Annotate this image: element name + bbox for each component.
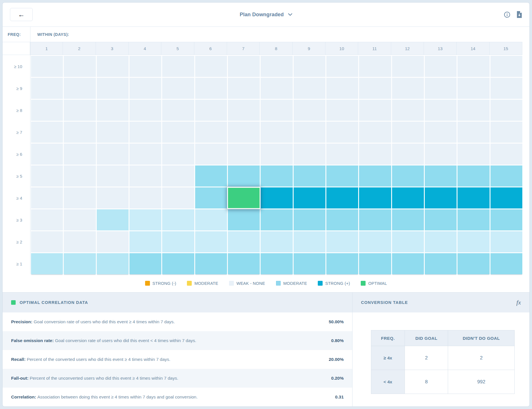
heatmap-cell-f9-d14[interactable] — [457, 78, 489, 99]
heatmap-cell-f10-d5[interactable] — [162, 56, 194, 77]
heatmap-cell-f1-d12[interactable] — [392, 253, 424, 274]
heatmap-cell-f9-d1[interactable] — [31, 78, 63, 99]
heatmap-cell-f8-d10[interactable] — [326, 100, 358, 121]
heatmap-cell-f10-d11[interactable] — [359, 56, 391, 77]
heatmap-cell-f9-d12[interactable] — [392, 78, 424, 99]
heatmap-cell-f8-d2[interactable] — [64, 100, 96, 121]
heatmap-cell-f8-d5[interactable] — [162, 100, 194, 121]
heatmap-cell-f9-d4[interactable] — [129, 78, 161, 99]
heatmap-cell-f3-d4[interactable] — [129, 209, 161, 230]
heatmap-cell-f2-d5[interactable] — [162, 231, 194, 252]
heatmap-cell-f8-d7[interactable] — [228, 100, 260, 121]
heatmap-cell-f4-d7[interactable] — [227, 187, 261, 209]
heatmap-cell-f10-d6[interactable] — [195, 56, 227, 77]
heatmap-cell-f2-d13[interactable] — [425, 231, 457, 252]
heatmap-cell-f4-d13[interactable] — [425, 187, 457, 208]
heatmap-cell-f9-d15[interactable] — [490, 78, 522, 99]
heatmap-cell-f10-d8[interactable] — [261, 56, 292, 77]
heatmap-cell-f5-d2[interactable] — [64, 165, 96, 187]
heatmap-cell-f2-d4[interactable] — [129, 231, 161, 252]
heatmap-cell-f9-d11[interactable] — [359, 78, 391, 99]
heatmap-cell-f6-d14[interactable] — [457, 144, 489, 165]
heatmap-cell-f7-d8[interactable] — [261, 122, 292, 143]
heatmap-cell-f5-d13[interactable] — [425, 165, 457, 187]
heatmap-cell-f10-d12[interactable] — [392, 56, 424, 77]
heatmap-cell-f4-d15[interactable] — [490, 187, 522, 208]
heatmap-cell-f2-d9[interactable] — [294, 231, 325, 252]
heatmap-cell-f1-d13[interactable] — [425, 253, 457, 274]
heatmap-cell-f10-d3[interactable] — [97, 56, 129, 77]
heatmap-cell-f10-d2[interactable] — [64, 56, 96, 77]
heatmap-cell-f3-d1[interactable] — [31, 209, 63, 230]
heatmap-cell-f3-d2[interactable] — [64, 209, 96, 230]
heatmap-cell-f9-d8[interactable] — [261, 78, 292, 99]
heatmap-cell-f6-d3[interactable] — [97, 144, 129, 165]
heatmap-cell-f8-d6[interactable] — [195, 100, 227, 121]
heatmap-cell-f3-d15[interactable] — [490, 209, 522, 230]
heatmap-cell-f5-d8[interactable] — [261, 165, 292, 187]
heatmap-cell-f7-d15[interactable] — [490, 122, 522, 143]
heatmap-cell-f4-d5[interactable] — [162, 187, 194, 208]
heatmap-cell-f2-d10[interactable] — [326, 231, 358, 252]
heatmap-cell-f10-d10[interactable] — [326, 56, 358, 77]
heatmap-cell-f9-d5[interactable] — [162, 78, 194, 99]
download-icon[interactable] — [517, 11, 522, 18]
heatmap-cell-f8-d15[interactable] — [490, 100, 522, 121]
heatmap-cell-f6-d12[interactable] — [392, 144, 424, 165]
heatmap-cell-f5-d4[interactable] — [129, 165, 161, 187]
heatmap-cell-f3-d13[interactable] — [425, 209, 457, 230]
heatmap-cell-f6-d5[interactable] — [162, 144, 194, 165]
heatmap-cell-f4-d14[interactable] — [457, 187, 489, 208]
heatmap-cell-f4-d9[interactable] — [294, 187, 325, 208]
heatmap-cell-f4-d10[interactable] — [326, 187, 358, 208]
heatmap-cell-f3-d8[interactable] — [261, 209, 292, 230]
heatmap-cell-f10-d13[interactable] — [425, 56, 457, 77]
heatmap-cell-f4-d2[interactable] — [64, 187, 96, 208]
heatmap-cell-f6-d4[interactable] — [129, 144, 161, 165]
heatmap-cell-f8-d9[interactable] — [294, 100, 325, 121]
heatmap-cell-f8-d13[interactable] — [425, 100, 457, 121]
heatmap-cell-f1-d3[interactable] — [97, 253, 129, 274]
heatmap-cell-f2-d8[interactable] — [261, 231, 292, 252]
heatmap-cell-f7-d1[interactable] — [31, 122, 63, 143]
heatmap-cell-f6-d15[interactable] — [490, 144, 522, 165]
heatmap-cell-f5-d6[interactable] — [195, 165, 227, 187]
heatmap-cell-f7-d3[interactable] — [97, 122, 129, 143]
heatmap-cell-f7-d14[interactable] — [457, 122, 489, 143]
heatmap-cell-f1-d5[interactable] — [162, 253, 194, 274]
heatmap-cell-f3-d7[interactable] — [228, 209, 260, 230]
heatmap-cell-f1-d9[interactable] — [294, 253, 325, 274]
heatmap-cell-f2-d12[interactable] — [392, 231, 424, 252]
heatmap-cell-f1-d14[interactable] — [457, 253, 489, 274]
heatmap-cell-f3-d14[interactable] — [457, 209, 489, 230]
heatmap-cell-f8-d8[interactable] — [261, 100, 292, 121]
heatmap-cell-f5-d15[interactable] — [490, 165, 522, 187]
heatmap-cell-f2-d15[interactable] — [490, 231, 522, 252]
heatmap-cell-f4-d12[interactable] — [392, 187, 424, 208]
heatmap-cell-f5-d9[interactable] — [294, 165, 325, 187]
heatmap-cell-f8-d12[interactable] — [392, 100, 424, 121]
heatmap-cell-f4-d4[interactable] — [129, 187, 161, 208]
heatmap-cell-f5-d14[interactable] — [457, 165, 489, 187]
info-icon[interactable] — [504, 11, 510, 18]
heatmap-cell-f10-d1[interactable] — [31, 56, 63, 77]
heatmap-cell-f1-d10[interactable] — [326, 253, 358, 274]
event-dropdown[interactable]: Plan Downgraded — [240, 12, 292, 18]
heatmap-cell-f3-d10[interactable] — [326, 209, 358, 230]
heatmap-cell-f7-d12[interactable] — [392, 122, 424, 143]
heatmap-cell-f9-d13[interactable] — [425, 78, 457, 99]
heatmap-cell-f7-d13[interactable] — [425, 122, 457, 143]
heatmap-cell-f1-d7[interactable] — [228, 253, 260, 274]
heatmap-cell-f3-d11[interactable] — [359, 209, 391, 230]
heatmap-cell-f2-d3[interactable] — [97, 231, 129, 252]
heatmap-cell-f6-d13[interactable] — [425, 144, 457, 165]
heatmap-cell-f2-d7[interactable] — [228, 231, 260, 252]
heatmap-cell-f2-d11[interactable] — [359, 231, 391, 252]
heatmap-cell-f1-d4[interactable] — [129, 253, 161, 274]
heatmap-cell-f5-d7[interactable] — [228, 165, 260, 187]
heatmap-cell-f5-d10[interactable] — [326, 165, 358, 187]
heatmap-cell-f10-d15[interactable] — [490, 56, 522, 77]
heatmap-cell-f8-d4[interactable] — [129, 100, 161, 121]
heatmap-cell-f8-d3[interactable] — [97, 100, 129, 121]
heatmap-cell-f2-d1[interactable] — [31, 231, 63, 252]
